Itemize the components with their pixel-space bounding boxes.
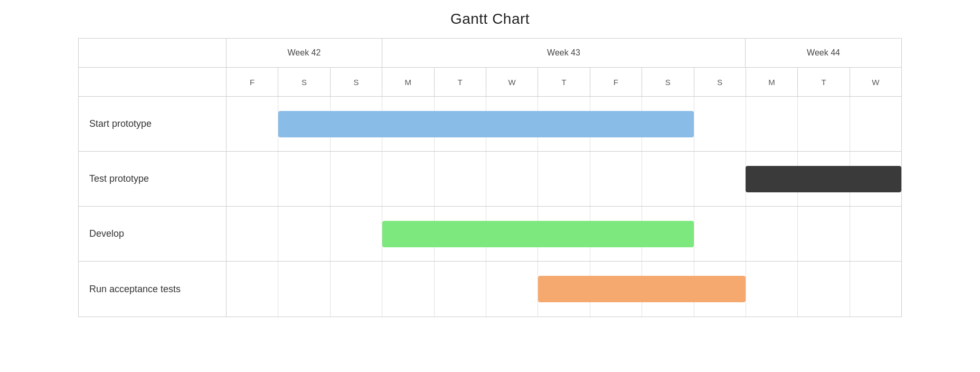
gantt-bar-2 [382,221,694,247]
label-week-header [79,39,227,68]
day-cell-0: F [227,68,278,96]
task-label-2: Develop [79,207,226,262]
task-row-0 [227,97,901,152]
task-label-0: Start prototype [79,97,226,152]
grid-area: Week 42Week 43Week 44 FSSMTWTFSSMTW [227,39,901,317]
day-header-row: FSSMTWTFSSMTW [227,68,901,97]
label-column: Start prototypeTest prototypeDevelopRun … [79,39,227,317]
gantt-bar-1 [746,166,901,192]
day-cell-7: F [590,68,642,96]
day-cell-8: S [642,68,694,96]
label-day-header [79,68,227,97]
task-row-1 [227,152,901,207]
week-cell-0: Week 42 [227,39,382,67]
task-row-3 [227,262,901,317]
day-cell-9: S [694,68,746,96]
day-cell-12: W [850,68,901,96]
day-cell-2: S [331,68,382,96]
task-row-2 [227,207,901,262]
day-cell-6: T [538,68,590,96]
label-tasks: Start prototypeTest prototypeDevelopRun … [79,97,226,317]
task-rows [227,97,901,317]
chart-title: Gantt Chart [450,11,530,27]
day-cell-11: T [798,68,850,96]
week-header-row: Week 42Week 43Week 44 [227,39,901,68]
task-label-3: Run acceptance tests [79,262,226,317]
week-cell-2: Week 44 [746,39,901,67]
week-cell-1: Week 43 [382,39,746,67]
day-cell-10: M [746,68,798,96]
gantt-bar-0 [278,111,693,137]
day-cell-5: W [486,68,538,96]
day-cell-3: M [382,68,434,96]
task-label-1: Test prototype [79,152,226,207]
gantt-chart: Start prototypeTest prototypeDevelopRun … [78,38,902,317]
gantt-bar-3 [538,276,746,302]
day-cell-4: T [435,68,486,96]
day-cell-1: S [278,68,330,96]
